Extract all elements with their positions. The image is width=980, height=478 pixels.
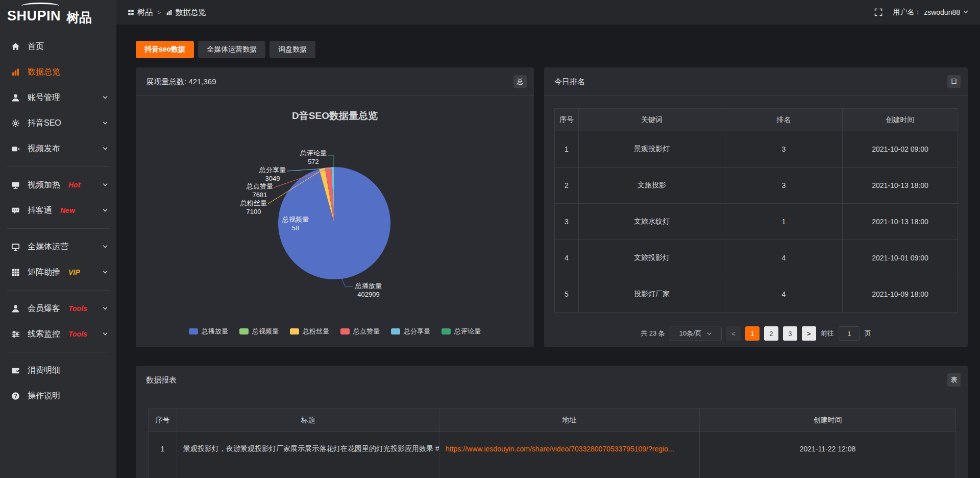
legend-label: 总粉丝量 <box>303 327 329 336</box>
sidebar-divider <box>7 352 109 352</box>
sidebar-item-label: 账号管理 <box>28 92 60 103</box>
table-cell: 1 <box>555 131 579 168</box>
report-panel-title: 数据报表 <box>146 375 177 385</box>
day-badge-button[interactable]: 日 <box>947 75 961 88</box>
table-row[interactable]: 3文旅水纹灯12021-10-13 18:00 <box>555 204 958 240</box>
page-button-3[interactable]: 3 <box>783 326 797 341</box>
pie-callout-label: 总分享量 3049 <box>259 165 286 183</box>
app-icon <box>128 9 134 16</box>
report-panel-header: 数据报表 表 <box>136 366 968 394</box>
user-menu[interactable]: 用户名： zswodun88 <box>893 8 969 17</box>
video-icon <box>11 145 20 153</box>
chevron-down-icon <box>102 120 108 126</box>
sidebar-item-label: 全媒体运营 <box>28 242 68 252</box>
legend-item[interactable]: 总视频量 <box>239 327 279 336</box>
legend-item[interactable]: 总分享量 <box>391 327 430 336</box>
sidebar-item-label: 消费明细 <box>28 365 60 376</box>
sidebar-item-label: 数据总览 <box>28 67 60 78</box>
sidebar-item-sliders[interactable]: 线索监控Tools <box>0 321 116 347</box>
sidebar-item-badge: VIP <box>68 268 80 276</box>
legend-swatch <box>391 328 400 334</box>
legend-item[interactable]: 总粉丝量 <box>290 327 329 336</box>
breadcrumb-item[interactable]: 数据总览 <box>166 8 206 17</box>
sidebar-item-label: 视频加热 <box>28 180 60 190</box>
table-cell: 文旅投影 <box>579 168 725 204</box>
table-cell: 景观投影灯 <box>579 131 725 168</box>
goto-unit-label: 页 <box>865 329 871 338</box>
pie-callout-label: 总播放量 402909 <box>355 281 382 299</box>
sidebar-item-chat[interactable]: 抖客通New <box>0 198 116 223</box>
pie-callout-label: 总评论量 572 <box>300 149 327 166</box>
page-button-1[interactable]: 1 <box>745 326 760 341</box>
fullscreen-icon[interactable] <box>874 8 883 16</box>
page-button-2[interactable]: 2 <box>764 326 778 341</box>
legend-label: 总点赞量 <box>353 327 380 336</box>
sidebar-item-monitor[interactable]: 全媒体运营 <box>0 234 116 259</box>
tab-2[interactable]: 询盘数据 <box>270 41 315 58</box>
table-badge-button[interactable]: 表 <box>947 373 961 387</box>
sidebar-divider <box>7 290 109 291</box>
table-cell: 4 <box>555 240 579 276</box>
monitor-icon <box>11 243 20 251</box>
table-row[interactable]: 1景观投影灯32021-10-02 09:00 <box>555 131 958 168</box>
topbar-right: 用户名： zswodun88 <box>874 8 969 17</box>
table-row <box>149 466 956 478</box>
prev-page-button[interactable]: < <box>726 326 741 341</box>
report-table: 序号标题地址创建时间 1景观投影灯，夜游景观投影灯厂家展示展示落花灯在花园里的灯… <box>148 409 956 478</box>
sidebar-item-tv[interactable]: 视频加热Hot <box>0 172 116 198</box>
legend-swatch <box>290 328 299 334</box>
sidebar: SHUPIN 树品 首页数据总览账号管理抖音SEO视频发布视频加热Hot抖客通N… <box>0 0 116 478</box>
sidebar-divider <box>7 228 109 229</box>
sidebar-item-video[interactable]: 视频发布 <box>0 136 116 161</box>
chat-icon <box>11 206 20 215</box>
video-link[interactable]: https://www.iesdouyin.com/share/video/70… <box>446 445 674 453</box>
tv-icon <box>11 181 20 189</box>
logo[interactable]: SHUPIN 树品 <box>0 0 116 31</box>
next-page-button[interactable]: > <box>802 326 816 341</box>
breadcrumb-label: 数据总览 <box>176 8 206 17</box>
legend-item[interactable]: 总评论量 <box>442 327 481 336</box>
pie-chart[interactable] <box>136 67 534 347</box>
legend-label: 总视频量 <box>252 327 279 336</box>
sidebar-item-chart-bar[interactable]: 数据总览 <box>0 59 116 85</box>
table-row[interactable]: 5投影灯厂家42021-10-09 18:00 <box>555 276 958 313</box>
table-row[interactable]: 1景观投影灯，夜游景观投影灯厂家展示展示落花灯在花园里的灯光投影应用效果 #ht… <box>149 432 956 466</box>
sidebar-item-grid[interactable]: 矩阵助推VIP <box>0 259 116 285</box>
report-url-cell: https://www.iesdouyin.com/share/video/70… <box>439 432 700 466</box>
grid-icon <box>11 268 20 277</box>
legend-item[interactable]: 总点赞量 <box>340 327 380 336</box>
data-tabs: 抖音seo数据全媒体运营数据询盘数据 <box>136 41 315 58</box>
table-cell: 投影灯厂家 <box>579 276 725 313</box>
sidebar-item-question[interactable]: ?操作说明 <box>0 383 116 409</box>
chevron-down-icon <box>102 331 108 337</box>
sidebar-divider <box>7 166 109 167</box>
chevron-down-icon <box>963 8 969 16</box>
table-row[interactable]: 2文旅投影32021-10-13 18:00 <box>555 168 958 204</box>
sidebar-item-gear[interactable]: 抖音SEO <box>0 110 116 136</box>
user-icon <box>11 93 20 102</box>
legend-label: 总播放量 <box>202 327 228 336</box>
tab-0[interactable]: 抖音seo数据 <box>136 41 194 58</box>
goto-page-input[interactable] <box>839 326 860 341</box>
table-cell: 文旅投影灯 <box>579 240 725 276</box>
table-row[interactable]: 4文旅投影灯42021-10-01 09:00 <box>555 240 958 276</box>
chevron-down-icon <box>102 305 108 312</box>
sidebar-item-wallet[interactable]: 消费明细 <box>0 357 116 383</box>
sidebar-item-home[interactable]: 首页 <box>0 34 116 59</box>
sidebar-item-member[interactable]: 会员爆客Tools <box>0 296 116 321</box>
member-icon <box>11 304 20 313</box>
chevron-down-icon <box>706 331 712 337</box>
page-size-select[interactable]: 10条/页 <box>670 326 722 341</box>
legend-item[interactable]: 总播放量 <box>189 327 228 336</box>
tab-1[interactable]: 全媒体运营数据 <box>198 41 265 58</box>
table-cell: 2021-10-09 18:00 <box>843 276 958 313</box>
sidebar-item-user[interactable]: 账号管理 <box>0 85 116 110</box>
table-cell: 4 <box>725 240 843 276</box>
breadcrumb-item[interactable]: 树品 <box>128 8 153 17</box>
sidebar-item-label: 矩阵助推 <box>28 267 60 278</box>
sidebar-item-badge: New <box>60 206 75 214</box>
column-header: 地址 <box>439 409 700 432</box>
topbar: 树品>数据总览 用户名： zswodun88 <box>116 0 980 25</box>
table-cell: 3 <box>725 131 843 168</box>
table-cell: 3 <box>555 204 579 240</box>
